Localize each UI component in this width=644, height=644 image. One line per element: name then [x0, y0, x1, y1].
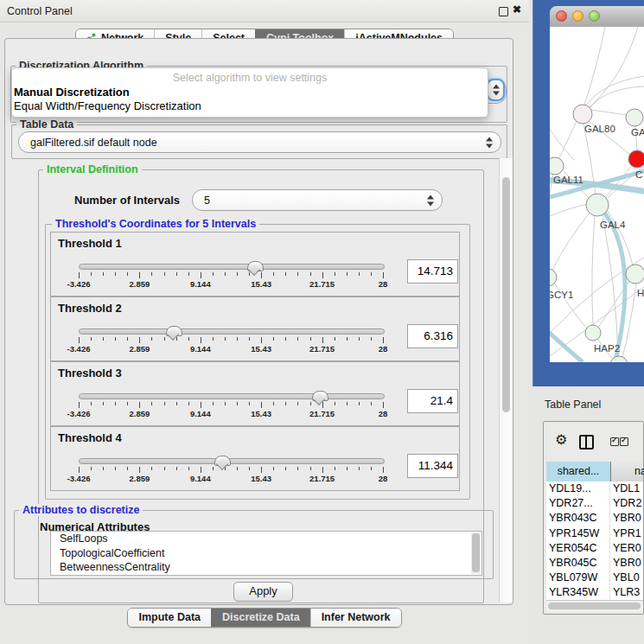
network-node-hap2[interactable] [585, 325, 601, 341]
network-node-ga[interactable] [626, 109, 643, 126]
float-window-icon[interactable] [499, 7, 508, 16]
threshold-value-input[interactable]: 21.4 [407, 389, 458, 413]
slider-tick [347, 402, 348, 405]
threshold-slider-thumb[interactable] [166, 326, 182, 336]
algorithm-option[interactable]: Equal Width/Frequency Discretization [14, 99, 201, 112]
apply-button[interactable]: Apply [233, 582, 293, 602]
threshold-slider-track[interactable] [79, 458, 385, 464]
algorithm-combobox-stepper[interactable] [487, 79, 505, 101]
slider-tick [359, 467, 360, 470]
table-row[interactable]: YDR27...YDR2 [546, 496, 643, 511]
slider-tick [139, 402, 140, 408]
slider-tick-label: 28 [379, 344, 388, 354]
network-node-gal11[interactable] [550, 157, 564, 175]
slider-tick [335, 467, 335, 470]
attribute-list-item[interactable]: BetweennessCentrality [51, 560, 481, 575]
threshold-value-input[interactable]: 6.316 [407, 324, 458, 348]
slider-tick [151, 272, 152, 276]
network-node-gcy1[interactable] [550, 269, 557, 286]
slider-tick [188, 272, 189, 276]
gear-icon[interactable]: ⚙ [555, 431, 567, 448]
threshold-slider-track[interactable] [79, 264, 385, 270]
network-edge[interactable] [592, 216, 595, 325]
table-row[interactable]: YPR145WYPR1 [546, 526, 643, 541]
tab-discretize-data[interactable]: Discretize Data [211, 609, 310, 627]
tab-impute-data[interactable]: Impute Data [128, 609, 211, 627]
close-traffic-light[interactable] [556, 10, 567, 22]
slider-tick [225, 272, 226, 276]
slider-tick [359, 402, 360, 405]
slider-tick [127, 337, 128, 341]
attribute-list-item[interactable]: TopologicalCoefficient [51, 546, 481, 561]
table-data-title: Table Data [16, 118, 77, 131]
slider-tick [237, 467, 238, 470]
threshold-slider-thumb[interactable] [247, 261, 264, 271]
slider-tick [335, 337, 335, 341]
network-node-h[interactable] [626, 265, 644, 284]
threshold-panel: Threshold 1 14.713 -3.4262.8599.14415.43… [50, 232, 460, 296]
slider-tick [347, 337, 348, 341]
slider-tick [164, 402, 165, 405]
network-edge[interactable] [550, 175, 553, 269]
checkbox-icon[interactable] [620, 437, 628, 446]
network-edge[interactable] [590, 110, 627, 115]
table-row[interactable]: YBR045CYBR0 [546, 556, 643, 571]
network-edge[interactable] [586, 76, 644, 105]
zoom-traffic-light[interactable] [589, 10, 600, 22]
close-icon[interactable]: ✖ [513, 3, 521, 16]
interval-definition-title: Interval Definition [43, 163, 142, 175]
slider-tick-label: 15.43 [251, 409, 271, 418]
slider-tick [297, 467, 298, 470]
threshold-slider-thumb[interactable] [312, 391, 328, 401]
network-node-label: H [637, 288, 644, 298]
network-edge[interactable] [552, 212, 590, 271]
network-node-c[interactable] [628, 150, 644, 168]
slider-tick [201, 272, 201, 278]
network-window-titlebar[interactable] [550, 6, 644, 28]
threshold-slider-thumb[interactable] [214, 456, 231, 466]
network-canvas[interactable]: GAL80GACGAL11GAL4GCY1HHAP2 [550, 27, 644, 362]
table-row[interactable]: YBR043CYBR0 [546, 511, 643, 526]
slider-tick-label: 9.144 [190, 474, 211, 483]
slider-tick [237, 272, 238, 276]
slider-tick [371, 272, 372, 276]
slider-tick [79, 402, 80, 408]
threshold-slider-track[interactable] [79, 393, 385, 399]
network-edge[interactable] [589, 27, 638, 108]
control-panel-header: Control Panel ✖ [0, 0, 529, 22]
network-edge[interactable] [584, 27, 605, 105]
table-row[interactable]: YDL19...YDL1 [546, 481, 643, 496]
table-row[interactable]: YBL079WYBL0 [546, 571, 643, 585]
threshold-slider-track[interactable] [79, 328, 385, 335]
network-node-label: C [635, 169, 642, 180]
slider-tick [103, 337, 104, 341]
column-header-name[interactable]: na [634, 462, 644, 481]
tab-infer-network[interactable]: Infer Network [310, 609, 401, 627]
network-edge[interactable] [590, 86, 644, 108]
checkbox-icon[interactable] [610, 437, 619, 446]
column-divider[interactable] [610, 462, 611, 481]
slider-tick [285, 272, 286, 276]
column-header-shared[interactable]: shared... [546, 462, 610, 481]
algorithm-option[interactable]: Manual Discretization [14, 86, 130, 99]
split-columns-icon[interactable] [579, 435, 594, 450]
minimize-traffic-light[interactable] [572, 10, 583, 22]
network-node-gal4[interactable] [586, 194, 609, 216]
settings-scrollbar[interactable] [499, 158, 513, 603]
threshold-value-input[interactable]: 14.713 [407, 259, 458, 284]
network-node[interactable] [610, 356, 628, 362]
slider-tick-label: 2.859 [130, 474, 150, 483]
numerical-attributes-list[interactable]: SelfLoopsTopologicalCoefficientBetweenne… [50, 531, 482, 576]
network-edge[interactable] [550, 204, 588, 216]
threshold-value-input[interactable]: 11.344 [407, 454, 458, 478]
slider-tick [383, 337, 384, 343]
table-row[interactable]: YER054CYER0 [546, 541, 643, 556]
table-horizontal-scrollbar[interactable] [546, 600, 643, 612]
table-data-combobox[interactable]: galFiltered.sif default node [18, 131, 501, 153]
number-of-intervals-combobox[interactable]: 5 [192, 189, 443, 211]
table-row[interactable]: YLR345WYLR3 [546, 585, 643, 600]
attribute-list-item[interactable]: SelfLoops [51, 532, 481, 546]
network-node-gal80[interactable] [573, 105, 592, 124]
slider-tick [188, 467, 189, 470]
attributes-scrollbar[interactable] [471, 532, 481, 574]
